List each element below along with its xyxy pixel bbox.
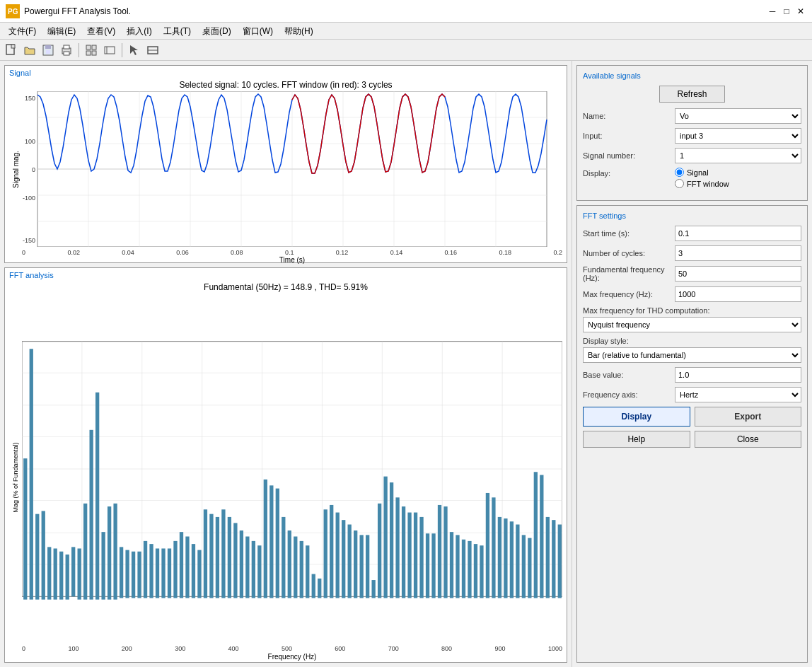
svg-rect-85 — [149, 544, 153, 598]
display-button[interactable]: Display — [583, 407, 690, 427]
maximize-button[interactable]: □ — [781, 6, 792, 17]
available-signals-title: Available signals — [583, 71, 801, 80]
display-fftwindow-option[interactable]: FFT window — [675, 179, 729, 188]
svg-rect-82 — [132, 552, 135, 598]
fft-x-tick-5: 500 — [282, 645, 292, 652]
menu-view[interactable]: 查看(V) — [81, 24, 121, 37]
svg-rect-119 — [354, 530, 357, 598]
svg-text:-100: -100 — [23, 195, 35, 202]
max-freq-thd-select[interactable]: Nyquist frequency — [583, 317, 801, 332]
fft-section-label: FFT analysis — [9, 271, 562, 279]
x-tick-8: 0.16 — [445, 249, 458, 256]
fund-freq-label: Fundamental frequency (Hz): — [583, 265, 675, 282]
svg-rect-81 — [125, 550, 129, 598]
svg-rect-128 — [407, 513, 411, 598]
signal-section: Signal Selected signal: 10 cycles. FFT w… — [4, 65, 567, 263]
menu-insert[interactable]: 插入(I) — [121, 24, 157, 37]
fft-x-tick-1: 100 — [68, 645, 79, 652]
tb-btn-5[interactable] — [83, 42, 100, 59]
left-panel: Signal Selected signal: 10 cycles. FFT w… — [0, 61, 572, 667]
svg-rect-106 — [276, 489, 279, 598]
menu-file[interactable]: 文件(F) — [3, 24, 42, 37]
svg-rect-75 — [90, 430, 93, 600]
svg-rect-139 — [474, 544, 477, 598]
app-icon: PG — [6, 4, 20, 18]
num-cycles-label: Number of cycles: — [583, 249, 675, 257]
display-signal-option[interactable]: Signal — [675, 168, 729, 177]
tb-btn-6[interactable] — [101, 42, 118, 59]
svg-rect-123 — [378, 504, 381, 598]
svg-rect-97 — [221, 509, 225, 598]
svg-rect-80 — [120, 547, 123, 598]
menu-help[interactable]: 帮助(H) — [279, 24, 319, 37]
svg-rect-134 — [443, 506, 447, 598]
help-button[interactable]: Help — [583, 431, 690, 448]
menu-edit[interactable]: 编辑(E) — [42, 24, 81, 37]
base-value-input[interactable] — [675, 367, 801, 383]
x-tick-7: 0.14 — [390, 249, 403, 256]
print-button[interactable] — [58, 42, 75, 59]
num-cycles-input[interactable] — [675, 245, 801, 261]
cursor-button[interactable] — [126, 42, 143, 59]
svg-text:0: 0 — [32, 166, 35, 173]
svg-rect-99 — [233, 523, 237, 598]
svg-rect-107 — [282, 517, 285, 598]
svg-rect-142 — [492, 497, 495, 598]
svg-rect-101 — [245, 537, 249, 598]
x-tick-3: 0.06 — [176, 249, 189, 256]
menu-desktop[interactable]: 桌面(D) — [197, 24, 237, 37]
open-button[interactable] — [21, 42, 38, 59]
svg-rect-152 — [552, 520, 555, 598]
fft-chart-title: Fundamental (50Hz) = 148.9 , THD= 5.91% — [9, 282, 562, 292]
display-fftwindow-radio[interactable] — [675, 179, 684, 188]
svg-rect-132 — [431, 533, 435, 598]
fft-chart-svg: 0 0.2 0.4 0.6 0.8 1 1.2 1.4 — [22, 294, 562, 644]
close-window-button[interactable]: ✕ — [795, 6, 806, 17]
svg-rect-140 — [480, 545, 483, 598]
svg-rect-9 — [64, 52, 69, 55]
svg-rect-88 — [168, 548, 171, 598]
svg-rect-150 — [540, 475, 543, 598]
fft-x-tick-7: 700 — [388, 645, 399, 652]
start-time-input[interactable] — [675, 226, 801, 241]
menu-window[interactable]: 窗口(W) — [237, 24, 279, 37]
svg-rect-84 — [144, 541, 147, 598]
display-style-select[interactable]: Bar (relative to fundamental) — [583, 347, 801, 363]
name-select[interactable]: Vo — [675, 108, 801, 124]
svg-rect-151 — [546, 517, 550, 598]
svg-rect-64 — [23, 458, 27, 599]
export-button[interactable]: Export — [695, 407, 802, 427]
start-time-row: Start time (s): — [583, 226, 801, 241]
menu-tools[interactable]: 工具(T) — [158, 24, 197, 37]
svg-rect-95 — [209, 514, 213, 598]
svg-rect-117 — [342, 520, 345, 598]
svg-rect-73 — [78, 548, 81, 599]
svg-rect-87 — [161, 548, 165, 598]
input-row: Input: input 3 — [583, 128, 801, 144]
svg-rect-109 — [294, 537, 297, 598]
save-button[interactable] — [40, 42, 57, 59]
fft-x-tick-4: 400 — [228, 645, 239, 652]
svg-rect-116 — [336, 513, 340, 598]
fund-freq-input[interactable] — [675, 266, 801, 282]
base-value-row: Base value: — [583, 367, 801, 383]
svg-rect-74 — [83, 504, 87, 600]
svg-rect-65 — [30, 349, 33, 599]
svg-rect-67 — [42, 511, 45, 599]
svg-rect-136 — [456, 535, 459, 598]
svg-rect-118 — [348, 525, 352, 598]
svg-rect-105 — [269, 485, 273, 598]
close-button[interactable]: Close — [695, 431, 802, 448]
signal-number-select[interactable]: 1 — [675, 148, 801, 163]
fft-x-tick-2: 200 — [122, 645, 132, 652]
input-select[interactable]: input 3 — [675, 128, 801, 144]
freq-axis-select[interactable]: Hertz — [675, 387, 801, 402]
display-signal-radio[interactable] — [675, 168, 684, 177]
svg-rect-122 — [371, 580, 375, 598]
max-freq-input[interactable] — [675, 286, 801, 302]
new-button[interactable] — [3, 42, 20, 59]
minimize-button[interactable]: ─ — [767, 6, 778, 17]
tb-btn-8[interactable] — [144, 42, 161, 59]
svg-rect-137 — [462, 540, 465, 598]
refresh-button[interactable]: Refresh — [659, 86, 724, 103]
